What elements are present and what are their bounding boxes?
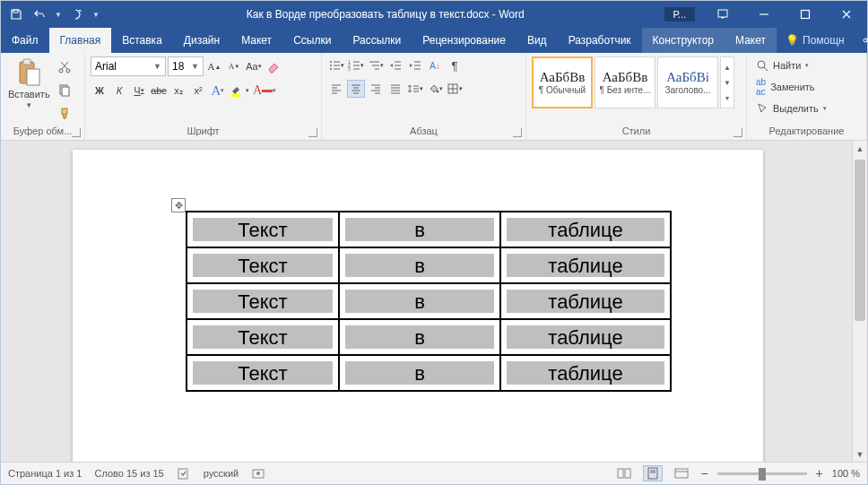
select-button[interactable]: Выделить▾ bbox=[752, 100, 830, 117]
styles-dialog-launcher[interactable] bbox=[733, 128, 742, 137]
undo-button[interactable] bbox=[31, 6, 48, 22]
tab-review[interactable]: Рецензирование bbox=[412, 28, 516, 53]
replace-button[interactable]: abac Заменить bbox=[752, 78, 830, 96]
multilevel-list-button[interactable]: ▾ bbox=[367, 56, 385, 74]
style-gallery-more[interactable]: ▲▼▾ bbox=[720, 56, 734, 108]
table-row[interactable]: Текствтаблице bbox=[187, 247, 671, 283]
tab-table-layout[interactable]: Макет bbox=[725, 28, 777, 53]
zoom-slider-handle[interactable] bbox=[759, 468, 766, 481]
tab-home[interactable]: Главная bbox=[49, 28, 112, 53]
shading-button[interactable]: ▾ bbox=[426, 80, 444, 98]
table-row[interactable]: Текствтаблице bbox=[187, 212, 671, 247]
copy-button[interactable] bbox=[56, 82, 74, 100]
close-button[interactable] bbox=[826, 1, 867, 28]
tab-insert[interactable]: Вставка bbox=[111, 28, 173, 53]
paste-button[interactable]: Вставить ▼ bbox=[6, 56, 52, 111]
decrease-indent-button[interactable] bbox=[386, 56, 404, 74]
tab-design[interactable]: Дизайн bbox=[173, 28, 230, 53]
document-table[interactable]: ТекствтаблицеТекствтаблицеТекствтаблицеТ… bbox=[186, 211, 672, 392]
show-marks-button[interactable]: ¶ bbox=[446, 56, 464, 74]
view-print-button[interactable] bbox=[643, 465, 663, 481]
tab-developer[interactable]: Разработчик bbox=[558, 28, 642, 53]
table-cell[interactable]: в bbox=[339, 319, 500, 355]
strikethrough-button[interactable]: abc bbox=[150, 82, 168, 100]
table-cell[interactable]: таблице bbox=[500, 247, 671, 283]
redo-button[interactable] bbox=[69, 6, 85, 22]
font-size-combo[interactable]: 18▼ bbox=[168, 56, 204, 76]
align-left-button[interactable] bbox=[327, 80, 345, 98]
table-cell[interactable]: Текст bbox=[187, 283, 339, 319]
tab-file[interactable]: Файл bbox=[1, 28, 49, 53]
table-cell[interactable]: таблице bbox=[500, 355, 671, 391]
table-cell[interactable]: Текст bbox=[187, 247, 339, 283]
save-button[interactable] bbox=[8, 6, 24, 22]
cut-button[interactable] bbox=[56, 58, 74, 76]
table-row[interactable]: Текствтаблице bbox=[187, 355, 671, 391]
table-cell[interactable]: в bbox=[339, 355, 500, 391]
table-cell[interactable]: в bbox=[339, 283, 500, 319]
table-row[interactable]: Текствтаблице bbox=[187, 319, 671, 355]
scroll-thumb[interactable] bbox=[855, 160, 865, 321]
subscript-button[interactable]: x₂ bbox=[169, 82, 187, 100]
bullets-button[interactable]: ▾ bbox=[327, 56, 345, 74]
underline-button[interactable]: Ч▾ bbox=[130, 82, 148, 100]
spellcheck-icon[interactable] bbox=[177, 466, 191, 481]
qat-customize-icon[interactable]: ▼ bbox=[92, 11, 100, 19]
table-row[interactable]: Текствтаблице bbox=[187, 283, 671, 319]
zoom-out-button[interactable]: − bbox=[700, 466, 707, 481]
style-heading1[interactable]: АаБбВі Заголово... bbox=[657, 56, 718, 108]
style-normal[interactable]: АаБбВв ¶ Обычный bbox=[532, 56, 593, 108]
scroll-track[interactable] bbox=[853, 156, 867, 446]
tab-mailings[interactable]: Рассылки bbox=[342, 28, 412, 53]
undo-dropdown-icon[interactable]: ▼ bbox=[55, 11, 62, 19]
line-spacing-button[interactable]: ▾ bbox=[406, 80, 424, 98]
ribbon-options-button[interactable] bbox=[702, 1, 743, 28]
font-dialog-launcher[interactable] bbox=[308, 128, 317, 137]
table-cell[interactable]: Текст bbox=[187, 355, 339, 391]
macro-record-icon[interactable] bbox=[251, 466, 265, 481]
superscript-button[interactable]: x² bbox=[189, 82, 207, 100]
clear-formatting-button[interactable] bbox=[265, 57, 282, 75]
table-move-handle[interactable]: ✥ bbox=[171, 198, 186, 212]
increase-indent-button[interactable] bbox=[406, 56, 424, 74]
italic-button[interactable]: К bbox=[110, 82, 128, 100]
table-cell[interactable]: в bbox=[339, 212, 500, 247]
share-button[interactable] bbox=[854, 33, 868, 48]
numbering-button[interactable]: 123▾ bbox=[347, 56, 365, 74]
sort-button[interactable]: A↓ bbox=[426, 56, 444, 74]
grow-font-button[interactable]: A▲ bbox=[205, 57, 223, 75]
find-button[interactable]: Найти▾ bbox=[752, 56, 830, 74]
status-word-count[interactable]: Слово 15 из 15 bbox=[94, 468, 163, 479]
status-language[interactable]: русский bbox=[204, 468, 239, 479]
table-cell[interactable]: Текст bbox=[187, 212, 339, 247]
style-no-spacing[interactable]: АаБбВв ¶ Без инте... bbox=[595, 56, 655, 108]
tab-layout[interactable]: Макет bbox=[230, 28, 282, 53]
zoom-slider[interactable] bbox=[717, 472, 807, 475]
tab-view[interactable]: Вид bbox=[516, 28, 558, 53]
change-case-button[interactable]: Aa▾ bbox=[245, 57, 263, 75]
paragraph-dialog-launcher[interactable] bbox=[513, 128, 522, 137]
zoom-value[interactable]: 100 % bbox=[832, 468, 860, 479]
table-cell[interactable]: в bbox=[339, 247, 500, 283]
vertical-scrollbar[interactable]: ▲ ▼ bbox=[852, 141, 867, 462]
justify-button[interactable] bbox=[386, 80, 404, 98]
table-cell[interactable]: таблице bbox=[500, 319, 671, 355]
view-read-button[interactable] bbox=[614, 465, 634, 481]
align-center-button[interactable] bbox=[347, 80, 365, 98]
zoom-in-button[interactable]: + bbox=[816, 466, 823, 481]
scroll-up-button[interactable]: ▲ bbox=[853, 141, 867, 156]
align-right-button[interactable] bbox=[367, 80, 385, 98]
view-web-button[interactable] bbox=[672, 465, 691, 481]
shrink-font-button[interactable]: A▼ bbox=[225, 57, 243, 75]
tell-me-search[interactable]: 💡 Помощн bbox=[777, 34, 854, 47]
table-cell[interactable]: таблице bbox=[500, 283, 671, 319]
font-color-button[interactable]: A▾ bbox=[252, 82, 277, 100]
maximize-button[interactable] bbox=[785, 1, 826, 28]
borders-button[interactable]: ▾ bbox=[446, 80, 464, 98]
scroll-down-button[interactable]: ▼ bbox=[853, 446, 867, 462]
highlight-button[interactable]: ▾ bbox=[229, 82, 250, 100]
clipboard-dialog-launcher[interactable] bbox=[72, 128, 81, 137]
tab-table-design[interactable]: Конструктор bbox=[642, 28, 725, 53]
table-cell[interactable]: таблице bbox=[500, 212, 671, 247]
bold-button[interactable]: Ж bbox=[91, 82, 108, 100]
